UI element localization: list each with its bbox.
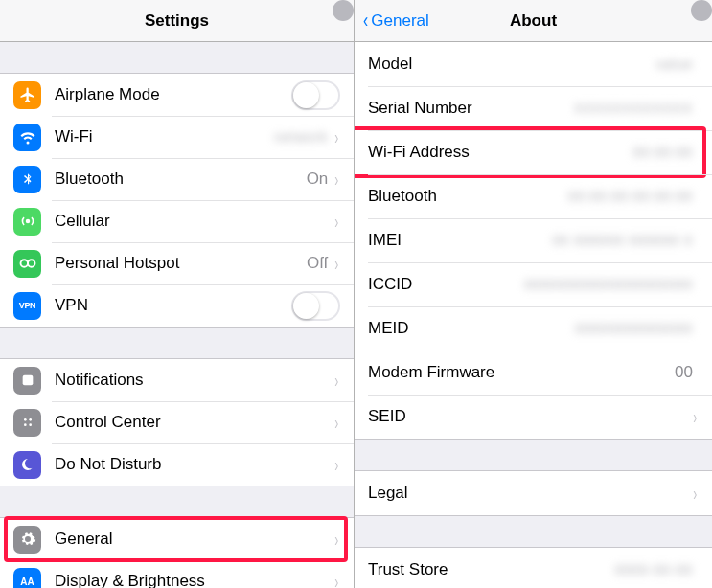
bluetooth-icon — [13, 166, 41, 193]
hotspot-value: Off — [307, 254, 328, 273]
vpn-label: VPN — [55, 296, 291, 315]
row-iccid: ICCID 00000000000000000000 — [355, 262, 712, 306]
chevron-icon: › — [335, 572, 339, 588]
airplane-icon — [13, 81, 41, 109]
row-model: Model value — [355, 42, 712, 86]
row-wifi[interactable]: Wi-Fi network › — [0, 116, 354, 158]
settings-group-general: General › AA Display & Brightness › — [0, 517, 354, 588]
row-bluetooth[interactable]: Bluetooth On › — [0, 158, 354, 200]
iccid-label: ICCID — [368, 275, 524, 294]
vpn-icon: VPN — [13, 292, 41, 320]
chevron-icon: › — [335, 254, 339, 273]
serial-value: XXXXXXXXXXXX — [574, 101, 693, 116]
row-cellular[interactable]: Cellular › — [0, 200, 354, 242]
wifiaddr-label: Wi-Fi Address — [368, 143, 633, 162]
settings-group-notifications: Notifications › Control Center › Do Not … — [0, 358, 354, 486]
row-control-center[interactable]: Control Center › — [0, 401, 354, 443]
decorative-circle — [333, 0, 354, 21]
row-serial-number: Serial Number XXXXXXXXXXXX — [355, 86, 712, 130]
chevron-icon: › — [335, 455, 339, 474]
dnd-icon — [13, 451, 41, 479]
legal-label: Legal — [368, 484, 692, 503]
hotspot-icon — [13, 250, 41, 278]
modem-value: 00 — [675, 363, 693, 382]
svg-rect-3 — [22, 375, 33, 386]
chevron-icon: › — [335, 170, 339, 189]
svg-point-6 — [24, 423, 27, 426]
row-bluetooth-addr: Bluetooth 00:00:00:00:00:00 — [355, 174, 712, 218]
imei-value: 00 000000 000000 0 — [553, 233, 693, 248]
general-label: General — [55, 530, 333, 549]
settings-title: Settings — [145, 11, 209, 31]
notifications-icon — [13, 367, 41, 395]
dnd-label: Do Not Disturb — [55, 455, 333, 474]
row-personal-hotspot[interactable]: Personal Hotspot Off › — [0, 242, 354, 284]
row-legal[interactable]: Legal › — [355, 471, 712, 515]
control-center-label: Control Center — [55, 413, 333, 432]
chevron-icon: › — [694, 484, 698, 503]
chevron-icon: › — [694, 407, 698, 426]
model-label: Model — [368, 55, 656, 74]
display-icon: AA — [13, 568, 41, 589]
about-header: ‹ General About — [355, 0, 712, 42]
trust-value: 0000-00-00 — [614, 562, 693, 577]
imei-label: IMEI — [368, 231, 553, 250]
vpn-toggle[interactable] — [291, 291, 340, 321]
about-group-trust: Trust Store 0000-00-00 — [355, 547, 712, 588]
chevron-icon: › — [335, 530, 339, 549]
row-vpn[interactable]: VPN VPN — [0, 284, 354, 327]
notifications-label: Notifications — [55, 371, 333, 390]
settings-header: Settings — [0, 0, 354, 42]
seid-label: SEID — [368, 407, 692, 426]
serial-label: Serial Number — [368, 99, 574, 118]
row-modem-firmware: Modem Firmware 00 — [355, 351, 712, 395]
svg-point-0 — [25, 219, 30, 224]
airplane-toggle[interactable] — [291, 80, 340, 110]
wifi-value: network — [274, 129, 328, 145]
meid-label: MEID — [368, 319, 575, 338]
trust-label: Trust Store — [368, 560, 614, 579]
decorative-circle — [691, 0, 712, 21]
row-meid: MEID 00000000000000 — [355, 306, 712, 351]
wifiaddr-value: 00:00:00 — [633, 145, 694, 160]
airplane-label: Airplane Mode — [55, 85, 291, 104]
row-general[interactable]: General › — [0, 518, 354, 560]
svg-point-7 — [29, 423, 32, 426]
iccid-value: 00000000000000000000 — [524, 277, 693, 292]
row-imei: IMEI 00 000000 000000 0 — [355, 218, 712, 262]
about-pane: ‹ General About Model value Serial Numbe… — [355, 0, 712, 588]
control-center-icon — [13, 409, 41, 437]
settings-pane: Settings Airplane Mode Wi-Fi network › B… — [0, 0, 355, 588]
svg-point-2 — [28, 260, 35, 267]
meid-value: 00000000000000 — [575, 321, 693, 336]
row-notifications[interactable]: Notifications › — [0, 359, 354, 401]
row-display-brightness[interactable]: AA Display & Brightness › — [0, 560, 354, 588]
svg-point-1 — [20, 260, 28, 267]
row-do-not-disturb[interactable]: Do Not Disturb › — [0, 443, 354, 486]
about-group-legal: Legal › — [355, 470, 712, 516]
chevron-icon: › — [335, 212, 339, 231]
wifi-icon — [13, 124, 41, 151]
about-group-device: Model value Serial Number XXXXXXXXXXXX W… — [355, 42, 712, 440]
chevron-icon: › — [335, 413, 339, 432]
settings-group-connectivity: Airplane Mode Wi-Fi network › Bluetooth … — [0, 73, 354, 328]
bluetooth-label: Bluetooth — [55, 170, 307, 189]
chevron-left-icon: ‹ — [363, 11, 368, 32]
wifi-label: Wi-Fi — [55, 127, 274, 147]
modem-label: Modem Firmware — [368, 363, 675, 382]
svg-point-5 — [29, 418, 32, 421]
row-trust-store[interactable]: Trust Store 0000-00-00 — [355, 548, 712, 588]
chevron-icon: › — [335, 127, 339, 147]
row-wifi-address: Wi-Fi Address 00:00:00 — [355, 130, 712, 174]
bt-label: Bluetooth — [368, 187, 568, 206]
row-seid[interactable]: SEID › — [355, 395, 712, 439]
model-value: value — [656, 57, 693, 72]
back-button[interactable]: ‹ General — [362, 11, 429, 32]
display-label: Display & Brightness — [55, 572, 333, 588]
bt-value: 00:00:00:00:00:00 — [568, 189, 693, 204]
back-label: General — [371, 11, 428, 31]
about-title: About — [510, 11, 557, 31]
svg-point-4 — [24, 418, 27, 421]
row-airplane-mode[interactable]: Airplane Mode — [0, 74, 354, 116]
gear-icon — [13, 526, 41, 554]
